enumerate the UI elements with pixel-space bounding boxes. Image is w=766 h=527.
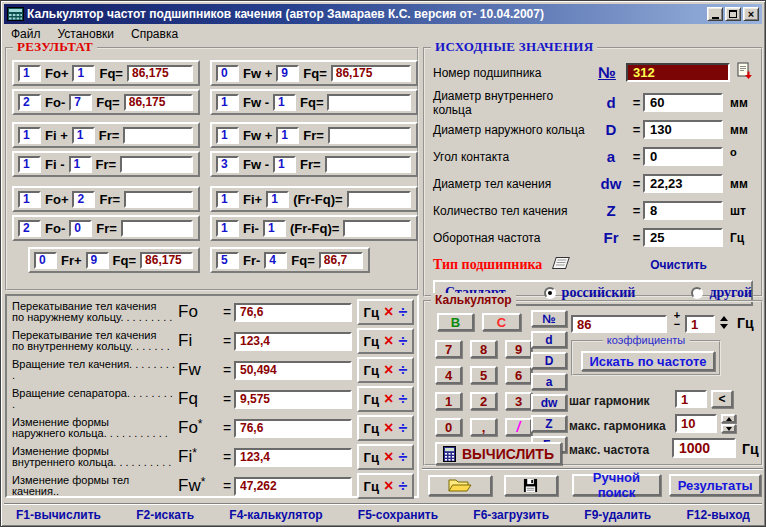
coefficient-input[interactable] — [216, 191, 239, 208]
multiply-button[interactable]: × — [384, 303, 393, 321]
coefficient-input[interactable] — [276, 127, 299, 144]
formula-result-field[interactable] — [121, 220, 193, 237]
coefficient-input[interactable] — [18, 127, 41, 144]
results-button[interactable]: Результаты — [669, 474, 761, 496]
backspace-button[interactable]: B — [437, 313, 474, 331]
harmonic-step-field[interactable] — [675, 390, 707, 408]
numpad-key[interactable]: 5 — [470, 366, 497, 384]
numpad-key[interactable]: 0 — [435, 418, 462, 436]
divide-button[interactable]: ÷ — [399, 477, 408, 495]
max-harmonic-field[interactable] — [675, 414, 717, 433]
coefficient-input[interactable] — [18, 191, 41, 208]
param-value-field[interactable] — [643, 201, 723, 220]
param-select-button[interactable]: D — [531, 352, 567, 369]
coefficient-input[interactable] — [72, 191, 95, 208]
minus-icon[interactable]: − — [674, 320, 680, 329]
coefficient-input[interactable] — [72, 127, 95, 144]
coefficient-input[interactable] — [273, 156, 296, 173]
divide-button[interactable]: ÷ — [399, 332, 408, 350]
formula-result-field[interactable] — [325, 156, 411, 173]
clear-button[interactable]: Очистить — [650, 258, 707, 272]
max-frequency-field[interactable] — [672, 438, 736, 458]
radio-russian[interactable]: российский — [544, 285, 636, 301]
close-button[interactable]: × — [743, 7, 759, 21]
result-value-field[interactable] — [234, 477, 352, 496]
param-value-field[interactable] — [643, 228, 723, 247]
coefficient-input[interactable] — [273, 94, 296, 111]
result-value-field[interactable] — [234, 419, 352, 438]
spin-down-button[interactable] — [721, 424, 736, 433]
coefficient-input[interactable] — [276, 65, 299, 82]
plus-minus-spinner[interactable]: + − — [671, 311, 683, 329]
numpad-key[interactable]: 9 — [505, 340, 532, 358]
result-value-field[interactable] — [234, 303, 352, 322]
formula-result-field[interactable] — [343, 220, 411, 237]
result-value-field[interactable] — [234, 332, 352, 351]
frequency-input[interactable] — [571, 315, 667, 333]
param-select-button[interactable]: № — [531, 310, 567, 327]
divide-button[interactable]: ÷ — [399, 361, 408, 379]
numpad-key[interactable]: 1 — [435, 392, 462, 410]
numpad-key[interactable]: 3 — [505, 392, 532, 410]
coefficient-input[interactable] — [216, 94, 239, 111]
divide-button[interactable]: ÷ — [399, 303, 408, 321]
radio-other[interactable]: другой — [691, 285, 752, 301]
coefficient-input[interactable] — [86, 252, 109, 269]
formula-result-field[interactable] — [123, 127, 193, 144]
param-value-field[interactable] — [643, 174, 723, 193]
coefficient-input[interactable] — [69, 220, 92, 237]
result-value-field[interactable] — [234, 448, 352, 467]
formula-result-field[interactable] — [140, 252, 193, 269]
search-by-frequency-button[interactable]: Искать по частоте — [581, 351, 715, 371]
numpad-key[interactable]: 7 — [435, 340, 462, 358]
formula-result-field[interactable] — [124, 94, 193, 111]
param-select-button[interactable]: Z — [531, 415, 567, 432]
step-input[interactable] — [685, 315, 715, 333]
coefficient-input[interactable] — [69, 156, 92, 173]
param-value-field[interactable] — [643, 93, 723, 112]
numpad-key[interactable]: 2 — [470, 392, 497, 410]
result-value-field[interactable] — [234, 361, 352, 380]
radio-icon[interactable] — [544, 287, 556, 299]
divide-button[interactable]: ÷ — [399, 419, 408, 437]
result-value-field[interactable] — [234, 390, 352, 409]
formula-result-field[interactable] — [124, 191, 193, 208]
minimize-button[interactable] — [707, 7, 723, 21]
numpad-key[interactable]: 8 — [470, 340, 497, 358]
clear-button[interactable]: C — [482, 313, 521, 331]
formula-result-field[interactable] — [319, 252, 363, 269]
save-button[interactable] — [504, 475, 558, 496]
manual-search-button[interactable]: Ручной поиск — [572, 474, 662, 496]
open-button[interactable] — [428, 475, 492, 496]
multiply-button[interactable]: × — [384, 419, 393, 437]
radio-icon[interactable] — [691, 287, 703, 299]
coefficient-input[interactable] — [216, 220, 239, 237]
coefficient-input[interactable] — [72, 65, 95, 82]
catalog-book-icon[interactable] — [548, 255, 572, 275]
coefficient-input[interactable] — [69, 94, 92, 111]
multiply-button[interactable]: × — [384, 448, 393, 466]
coefficient-input[interactable] — [18, 156, 41, 173]
menu-item[interactable]: Справка — [131, 27, 178, 43]
arrow-down-icon[interactable] — [720, 324, 728, 329]
compute-button[interactable]: ВЫЧИСЛИТЬ — [435, 442, 562, 465]
param-value-field[interactable] — [643, 147, 723, 166]
bearing-number-field[interactable] — [626, 63, 730, 82]
coefficient-input[interactable] — [263, 220, 286, 237]
coefficient-input[interactable] — [18, 220, 41, 237]
multiply-button[interactable]: × — [384, 361, 393, 379]
formula-result-field[interactable] — [331, 65, 411, 82]
formula-result-field[interactable] — [120, 156, 193, 173]
numpad-key[interactable]: / — [505, 418, 532, 436]
step-spinner[interactable] — [720, 316, 728, 329]
coefficient-input[interactable] — [216, 65, 239, 82]
formula-result-field[interactable] — [327, 94, 411, 111]
coefficient-input[interactable] — [18, 94, 41, 111]
numpad-key[interactable]: , — [470, 418, 497, 436]
param-select-button[interactable]: dw — [531, 394, 567, 411]
arrow-up-icon[interactable] — [720, 316, 728, 321]
coefficient-input[interactable] — [18, 65, 41, 82]
coefficient-input[interactable] — [216, 156, 239, 173]
spin-up-button[interactable] — [721, 414, 736, 423]
divide-button[interactable]: ÷ — [399, 390, 408, 408]
